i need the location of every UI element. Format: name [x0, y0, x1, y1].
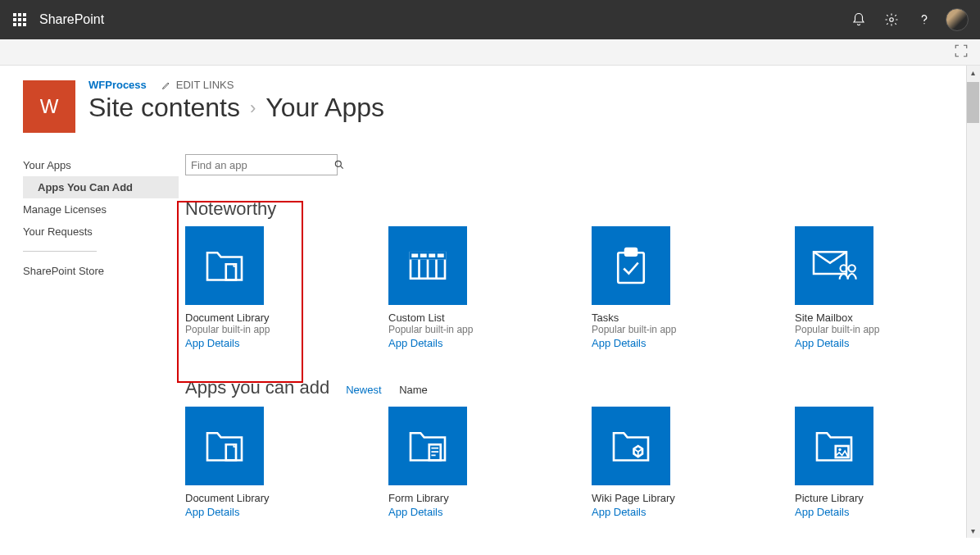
edit-links-label: EDIT LINKS: [176, 79, 234, 91]
app-tile-custom-list: Custom List Popular built-in app App Det…: [388, 226, 519, 349]
sort-controls: Newest Name: [346, 384, 428, 396]
noteworthy-heading: Noteworthy: [185, 198, 966, 220]
tile-title: Tasks: [592, 312, 723, 324]
sort-name[interactable]: Name: [399, 384, 428, 396]
svg-point-10: [923, 23, 924, 24]
app-tile-form-library: Form Library App Details: [388, 407, 519, 518]
app-details-link[interactable]: App Details: [592, 506, 723, 518]
tile-title: Form Library: [388, 492, 519, 504]
nav-your-apps[interactable]: Your Apps: [23, 154, 179, 176]
svg-rect-14: [618, 252, 644, 283]
svg-rect-4: [18, 18, 21, 21]
chevron-right-icon: ›: [250, 98, 256, 119]
scroll-up-arrow[interactable]: ▴: [966, 66, 980, 80]
addable-heading: Apps you can add: [185, 377, 329, 398]
app-details-link[interactable]: App Details: [795, 337, 926, 349]
pencil-icon: [161, 80, 171, 90]
svg-rect-6: [13, 23, 16, 26]
svg-rect-2: [23, 13, 26, 16]
nav-your-requests[interactable]: Your Requests: [23, 221, 179, 243]
tile-title: Document Library: [185, 492, 316, 504]
nav-apps-you-can-add[interactable]: Apps You Can Add: [23, 176, 179, 198]
svg-rect-8: [23, 23, 26, 26]
left-nav: Your Apps Apps You Can Add Manage Licens…: [23, 154, 185, 518]
site-name-link[interactable]: WFProcess: [88, 79, 147, 91]
tile-icon-form-library[interactable]: [388, 407, 467, 485]
edit-links-button[interactable]: EDIT LINKS: [161, 79, 234, 91]
scroll-thumb[interactable]: [967, 82, 979, 123]
app-tile-site-mailbox: Site Mailbox Popular built-in app App De…: [795, 226, 926, 349]
tile-title: Custom List: [388, 312, 519, 324]
app-tile-tasks: Tasks Popular built-in app App Details: [592, 226, 723, 349]
nav-sharepoint-store[interactable]: SharePoint Store: [23, 260, 179, 282]
focus-content-icon[interactable]: [954, 43, 969, 61]
app-details-link[interactable]: App Details: [795, 506, 926, 518]
app-tile-wiki-page-library: Wiki Page Library App Details: [592, 407, 723, 518]
notifications-icon[interactable]: [842, 3, 875, 36]
app-tile-document-library-2: Document Library App Details: [185, 407, 316, 518]
tile-subtitle: Popular built-in app: [388, 324, 519, 335]
breadcrumb-site-contents[interactable]: Site contents: [88, 93, 240, 123]
nav-divider: [23, 251, 97, 252]
tile-title: Document Library: [185, 312, 316, 324]
svg-rect-5: [23, 18, 26, 21]
user-avatar[interactable]: [946, 8, 969, 31]
tile-icon-wiki-library[interactable]: [592, 407, 670, 485]
app-details-link[interactable]: App Details: [388, 337, 519, 349]
ribbon-bar: [0, 39, 980, 66]
vertical-scrollbar[interactable]: ▴ ▾: [966, 66, 980, 538]
tile-icon-tasks[interactable]: [592, 226, 670, 305]
nav-manage-licenses[interactable]: Manage Licenses: [23, 198, 179, 221]
svg-rect-0: [13, 13, 16, 16]
svg-point-11: [335, 161, 341, 166]
help-icon[interactable]: [908, 3, 941, 36]
search-icon[interactable]: [333, 159, 345, 171]
app-launcher-icon[interactable]: [7, 7, 33, 33]
suite-bar: SharePoint: [0, 0, 980, 39]
suite-brand[interactable]: SharePoint: [39, 12, 104, 27]
site-logo[interactable]: W: [23, 80, 75, 133]
tile-icon-custom-list[interactable]: [388, 226, 467, 305]
app-tile-picture-library: Picture Library App Details: [795, 407, 926, 518]
tile-icon-document-library[interactable]: [185, 226, 264, 305]
app-details-link[interactable]: App Details: [185, 506, 316, 518]
app-details-link[interactable]: App Details: [592, 337, 723, 349]
svg-point-9: [890, 18, 894, 22]
svg-point-18: [849, 265, 855, 271]
tile-icon-document-library[interactable]: [185, 407, 264, 485]
tile-icon-site-mailbox[interactable]: [795, 226, 873, 305]
scroll-down-arrow[interactable]: ▾: [966, 524, 980, 538]
tile-icon-picture-library[interactable]: [795, 407, 873, 485]
tile-subtitle: Popular built-in app: [592, 324, 723, 335]
sort-newest[interactable]: Newest: [346, 384, 381, 396]
page-title: Site contents › Your Apps: [88, 93, 384, 123]
svg-point-21: [838, 448, 842, 452]
page-header: W WFProcess EDIT LINKS Site contents › Y…: [23, 80, 966, 133]
tile-title: Picture Library: [795, 492, 926, 504]
breadcrumb-your-apps: Your Apps: [265, 93, 384, 123]
tile-subtitle: Popular built-in app: [795, 324, 926, 335]
svg-rect-1: [18, 13, 21, 16]
svg-rect-7: [18, 23, 21, 26]
tile-title: Wiki Page Library: [592, 492, 723, 504]
tile-title: Site Mailbox: [795, 312, 926, 324]
search-input[interactable]: [186, 159, 333, 171]
tile-subtitle: Popular built-in app: [185, 324, 316, 335]
app-details-link[interactable]: App Details: [185, 337, 316, 349]
svg-rect-3: [13, 18, 16, 21]
settings-gear-icon[interactable]: [875, 3, 908, 36]
app-details-link[interactable]: App Details: [388, 506, 519, 518]
svg-rect-15: [625, 248, 637, 256]
search-box: [185, 154, 338, 175]
app-tile-document-library: Document Library Popular built-in app Ap…: [185, 226, 316, 349]
